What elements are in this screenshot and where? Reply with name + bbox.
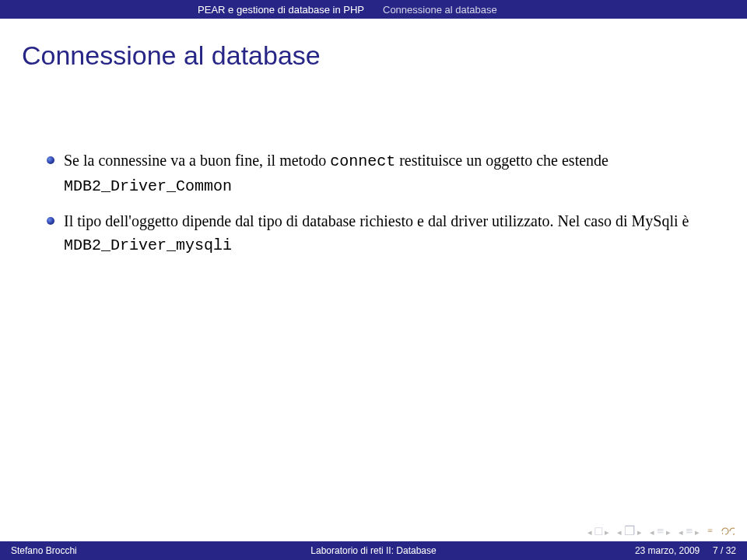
slide-title: Connessione al database (22, 40, 747, 71)
text-span: restituisce un oggetto che estende (395, 152, 608, 169)
triangle-right-icon (637, 524, 642, 538)
code-span: MDB2_Driver_Common (64, 177, 232, 195)
footer-author: Stefano Brocchi (0, 545, 224, 556)
triangle-left-icon (617, 524, 622, 538)
lines-icon: ≡ (686, 524, 693, 538)
bullet-icon (47, 217, 54, 225)
header-topic: PEAR e gestione di database in PHP (0, 4, 374, 16)
text-span: Il tipo dell'oggetto dipende dal tipo di… (64, 212, 689, 229)
slide-footer: Stefano Brocchi Laboratorio di reti II: … (0, 541, 747, 560)
bullet-text: Il tipo dell'oggetto dipende dal tipo di… (64, 209, 700, 257)
code-span: MDB2_Driver_mysqli (64, 236, 232, 254)
slide-body: Se la connessine va a buon fine, il meto… (47, 149, 700, 257)
lines-icon: ≡ (657, 524, 664, 538)
bullet-item: Il tipo dell'oggetto dipende dal tipo di… (47, 209, 700, 257)
loop-icon (721, 527, 733, 536)
footer-page: 7 / 32 (713, 545, 736, 556)
nav-prev-frame[interactable]: ❐ (617, 523, 642, 538)
bullet-item: Se la connessine va a buon fine, il meto… (47, 149, 700, 198)
code-span: connect (330, 152, 395, 170)
slide-header: PEAR e gestione di database in PHP Conne… (0, 0, 747, 19)
slide-icon: □ (594, 524, 602, 538)
triangle-left-icon (679, 524, 684, 538)
footer-course: Laboratorio di reti II: Database (224, 545, 523, 556)
lines-gold-icon: ≡ (707, 525, 713, 537)
nav-prev-section[interactable]: ≡ (650, 524, 671, 538)
triangle-right-icon (665, 524, 671, 538)
triangle-left-icon (587, 524, 593, 538)
footer-date-page: 23 marzo, 2009 7 / 32 (523, 545, 747, 556)
nav-controls: □ ❐ ≡ ≡ ≡ (587, 523, 733, 538)
bullet-icon (47, 156, 54, 164)
header-section: Connessione al database (374, 4, 747, 16)
nav-summary[interactable]: ≡ (707, 525, 713, 537)
frame-icon: ❐ (624, 523, 635, 538)
triangle-right-icon (604, 524, 609, 538)
footer-date: 23 marzo, 2009 (635, 545, 700, 556)
nav-next-section[interactable]: ≡ (679, 524, 700, 538)
nav-back[interactable] (721, 527, 733, 536)
bullet-text: Se la connessine va a buon fine, il meto… (64, 149, 700, 198)
nav-prev-slide[interactable]: □ (587, 524, 609, 538)
triangle-right-icon (694, 524, 700, 538)
text-span: Se la connessine va a buon fine, il meto… (64, 152, 330, 169)
triangle-left-icon (650, 524, 655, 538)
